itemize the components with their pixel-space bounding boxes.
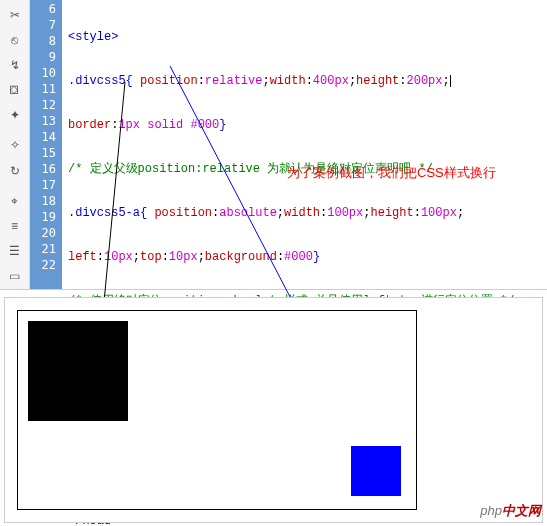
line-number-gutter: 678910111213141516171819202122 xyxy=(30,0,62,289)
line-number: 9 xyxy=(30,49,62,65)
preview-black-box xyxy=(28,321,128,421)
watermark: php中文网 xyxy=(480,502,541,520)
compass-icon[interactable]: ✧ xyxy=(4,135,26,156)
link-icon[interactable]: ⎋ xyxy=(4,29,26,50)
bookmark-icon[interactable]: ✦ xyxy=(4,104,26,125)
code-text: left xyxy=(68,250,97,264)
line-number: 21 xyxy=(30,241,62,257)
code-content[interactable]: <style> .divcss5{ position:relative;widt… xyxy=(62,0,547,289)
text-cursor xyxy=(450,75,451,87)
line-number: 13 xyxy=(30,113,62,129)
line-number: 22 xyxy=(30,257,62,273)
refresh-icon[interactable]: ↻ xyxy=(4,160,26,181)
line-number: 15 xyxy=(30,145,62,161)
line-number: 19 xyxy=(30,209,62,225)
sync-icon[interactable]: ↯ xyxy=(4,54,26,75)
preview-blue-box xyxy=(351,446,401,496)
line-number: 10 xyxy=(30,65,62,81)
code-text: border xyxy=(68,118,111,132)
editor-toolbar: ✂ ⎋ ↯ ⛋ ✦ ✧ ↻ ⌖ ≡ ☰ ▭ xyxy=(0,0,30,289)
list-icon[interactable]: ☰ xyxy=(4,241,26,262)
preview-pane xyxy=(4,297,543,523)
scissor-icon[interactable]: ✂ xyxy=(4,4,26,25)
line-number: 11 xyxy=(30,81,62,97)
code-text: <style> xyxy=(68,30,118,44)
tree-icon[interactable]: ⛋ xyxy=(4,79,26,100)
watermark-php: php xyxy=(480,503,502,518)
line-number: 7 xyxy=(30,17,62,33)
line-number: 18 xyxy=(30,193,62,209)
anchor-icon[interactable]: ⌖ xyxy=(4,191,26,212)
annotation-text: 为了案例截图，我们把CSS样式换行 xyxy=(287,164,496,182)
line-number: 14 xyxy=(30,129,62,145)
line-number: 17 xyxy=(30,177,62,193)
line-number: 16 xyxy=(30,161,62,177)
line-number: 6 xyxy=(30,1,62,17)
line-number: 8 xyxy=(30,33,62,49)
preview-parent-box xyxy=(17,310,417,510)
line-number: 12 xyxy=(30,97,62,113)
code-editor: ✂ ⎋ ↯ ⛋ ✦ ✧ ↻ ⌖ ≡ ☰ ▭ 678910111213141516… xyxy=(0,0,547,290)
window-icon[interactable]: ▭ xyxy=(4,266,26,287)
watermark-cn: 中文网 xyxy=(502,503,541,518)
line-number: 20 xyxy=(30,225,62,241)
code-text: .divcss5-a xyxy=(68,206,140,220)
align-icon[interactable]: ≡ xyxy=(4,216,26,237)
code-text: .divcss5 xyxy=(68,74,126,88)
